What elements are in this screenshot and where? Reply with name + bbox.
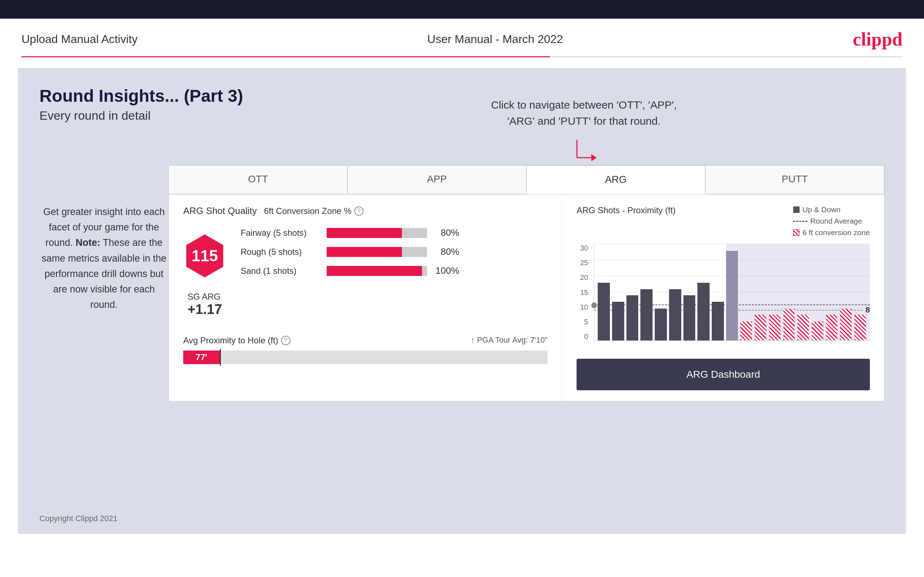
- bar-2: [612, 244, 624, 340]
- tab-arg[interactable]: ARG: [527, 165, 705, 194]
- hex-badge: 115: [183, 234, 226, 277]
- tabs: OTT APP ARG PUTT: [169, 165, 884, 195]
- copyright-text: Copyright Clippd 2021: [39, 514, 118, 523]
- legend-roundavg: Round Average: [793, 217, 870, 226]
- legend-updown-label: Up & Down: [803, 205, 840, 214]
- note-bold: Note:: [76, 237, 100, 248]
- fairway-bar-fill: [326, 228, 402, 238]
- proximity-value: 77': [196, 352, 207, 362]
- sg-label: SG ARG: [187, 292, 222, 302]
- bar-9: [712, 244, 724, 340]
- chart-y-axis: 0 5 10 15 20 25 30: [577, 244, 591, 341]
- tab-ott[interactable]: OTT: [169, 165, 347, 194]
- bar-12: [754, 244, 767, 340]
- bar-17: [826, 244, 838, 340]
- rough-bar-fill: [326, 247, 402, 257]
- annotation-text: Click to navigate between 'OTT', 'APP','…: [305, 97, 863, 129]
- sand-row: Sand (1 shots) 100%: [241, 265, 548, 276]
- bar-4: [640, 244, 653, 340]
- rough-label: Rough (5 shots): [241, 247, 320, 257]
- annotation: Click to navigate between 'OTT', 'APP','…: [305, 97, 863, 168]
- legend-roundavg-label: Round Average: [810, 217, 862, 226]
- legend-conversion: 6 ft conversion zone: [793, 228, 870, 237]
- top-bar: [0, 0, 924, 19]
- right-panel: ARG Shots - Proximity (ft) Up & Down Rou…: [562, 195, 884, 401]
- hex-section: 115 SG ARG +1.17: [183, 227, 226, 317]
- y-label-10: 10: [577, 303, 591, 311]
- legend-square-icon: [793, 206, 800, 213]
- fairway-pct: 80%: [434, 227, 459, 239]
- chart-bars: [594, 244, 870, 340]
- left-panel: ARG Shot Quality 6ft Conversion Zone % ?…: [169, 195, 562, 401]
- fairway-bar: [326, 228, 427, 238]
- bar-19: [854, 244, 866, 340]
- shot-rows: Fairway (5 shots) 80% Rough (5 shots): [241, 227, 548, 284]
- bar-11: [740, 244, 752, 340]
- legend-hatched-icon: [793, 229, 800, 236]
- bar-1: [598, 244, 610, 340]
- proximity-cursor: [220, 349, 221, 366]
- arrow-icon: [570, 136, 598, 168]
- legend-updown: Up & Down: [793, 205, 870, 214]
- legend-dashed-icon: [793, 221, 808, 222]
- bar-14: [783, 244, 795, 340]
- proximity-header: Avg Proximity to Hole (ft) ? ↑ PGA Tour …: [183, 335, 548, 345]
- bar-8: [698, 244, 709, 340]
- bar-3: [627, 244, 638, 340]
- y-label-20: 20: [577, 274, 591, 282]
- bar-10: [726, 244, 738, 340]
- help-icon[interactable]: ?: [354, 206, 363, 216]
- bar-5: [655, 244, 667, 340]
- fairway-row: Fairway (5 shots) 80%: [241, 227, 548, 239]
- chart-area: 8: [594, 244, 870, 341]
- sand-pct: 100%: [434, 265, 459, 276]
- proximity-section: Avg Proximity to Hole (ft) ? ↑ PGA Tour …: [183, 328, 548, 364]
- bar-7: [683, 244, 696, 340]
- sand-bar: [326, 266, 427, 276]
- center-label: User Manual - March 2022: [427, 32, 563, 46]
- chart-title: ARG Shots - Proximity (ft): [577, 205, 675, 215]
- rough-bar: [326, 247, 427, 257]
- bar-6: [669, 244, 681, 340]
- conversion-zone-label: 6ft Conversion Zone % ?: [264, 206, 363, 216]
- svg-marker-2: [591, 154, 597, 161]
- card-body: ARG Shot Quality 6ft Conversion Zone % ?…: [169, 195, 884, 401]
- tab-app[interactable]: APP: [347, 165, 527, 194]
- sg-value: +1.17: [187, 302, 222, 317]
- proximity-help-icon[interactable]: ?: [281, 336, 291, 345]
- arg-dashboard-button[interactable]: ARG Dashboard: [577, 359, 870, 390]
- bar-chart: 0 5 10 15 20 25 30: [577, 244, 870, 351]
- y-label-15: 15: [577, 288, 591, 297]
- proximity-bar-container: 77': [183, 350, 548, 364]
- annotation-arrow: [305, 132, 863, 168]
- left-description: Get greater insight into each facet of y…: [39, 204, 168, 313]
- arg-shot-quality-label: ARG Shot Quality: [183, 205, 257, 216]
- bar-13: [769, 244, 781, 340]
- chart-header: ARG Shots - Proximity (ft) Up & Down Rou…: [577, 205, 870, 237]
- header: Upload Manual Activity User Manual - Mar…: [0, 19, 924, 56]
- sand-label: Sand (1 shots): [241, 266, 320, 276]
- proximity-pga: ↑ PGA Tour Avg: 7'10": [471, 335, 548, 345]
- sg-section: SG ARG +1.17: [187, 292, 222, 317]
- main-content: Round Insights... (Part 3) Every round i…: [18, 68, 906, 534]
- chart-legend: Up & Down Round Average 6 ft conversion …: [793, 205, 870, 237]
- sand-bar-fill: [326, 266, 422, 276]
- hex-number: 115: [191, 247, 218, 265]
- upload-label[interactable]: Upload Manual Activity: [21, 32, 138, 46]
- footer: Copyright Clippd 2021: [39, 514, 118, 523]
- y-label-30: 30: [577, 244, 591, 252]
- y-label-25: 25: [577, 259, 591, 267]
- tab-putt[interactable]: PUTT: [705, 165, 884, 194]
- bar-18: [840, 244, 852, 340]
- proximity-bar-fill: 77': [183, 350, 220, 364]
- rough-row: Rough (5 shots) 80%: [241, 246, 548, 257]
- header-divider: [21, 56, 903, 57]
- legend-conversion-label: 6 ft conversion zone: [803, 228, 870, 237]
- bar-15: [797, 244, 809, 340]
- bar-16: [811, 244, 824, 340]
- y-label-5: 5: [577, 318, 591, 326]
- y-label-0: 0: [577, 333, 591, 341]
- clippd-logo: clippd: [853, 29, 903, 50]
- hex-bars-row: 115 SG ARG +1.17 Fairway (5 shots): [183, 227, 548, 317]
- fairway-label: Fairway (5 shots): [241, 228, 320, 238]
